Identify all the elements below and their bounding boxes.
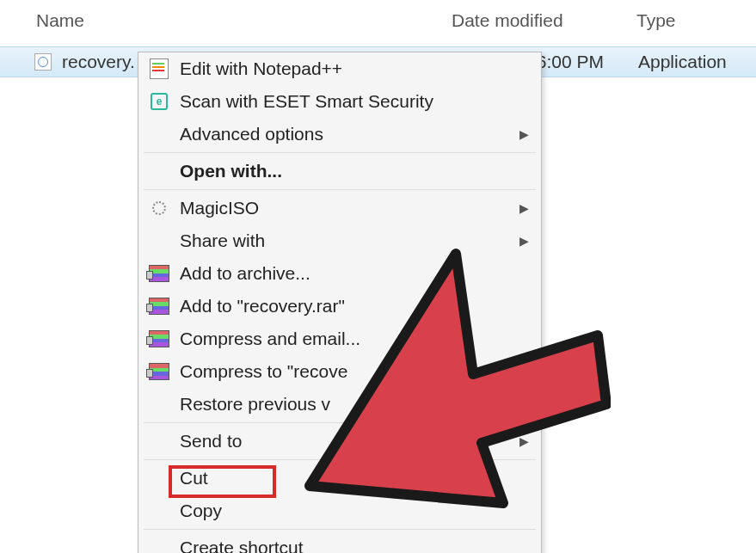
- menu-edit-notepad[interactable]: Edit with Notepad++: [138, 52, 541, 85]
- menu-label: Open with...: [180, 161, 282, 181]
- submenu-arrow-icon: ▶: [519, 434, 529, 448]
- menu-label: Copy: [180, 501, 222, 521]
- menu-label: Send to: [180, 431, 242, 452]
- menu-label: Create shortcut: [180, 538, 304, 553]
- menu-label: Restore previous v: [180, 394, 330, 415]
- menu-restore-previous[interactable]: Restore previous v: [138, 388, 541, 421]
- menu-label: Share with: [180, 230, 265, 251]
- menu-separator: [144, 422, 536, 423]
- menu-label: Compress and email...: [180, 329, 360, 349]
- menu-scan-eset[interactable]: e Scan with ESET Smart Security: [138, 85, 541, 118]
- menu-separator: [144, 189, 536, 190]
- menu-label: Add to archive...: [180, 263, 310, 284]
- menu-add-rar[interactable]: Add to "recovery.rar": [138, 290, 541, 323]
- column-header-type[interactable]: Type: [636, 10, 676, 31]
- notepad-plus-icon: [147, 57, 171, 81]
- menu-cut[interactable]: Cut: [138, 462, 541, 495]
- menu-separator: [144, 152, 536, 153]
- column-header-date[interactable]: Date modified: [452, 10, 636, 31]
- file-type: Application: [638, 52, 727, 72]
- menu-compress-to[interactable]: Compress to "recove: [138, 355, 541, 388]
- menu-advanced-options[interactable]: Advanced options ▶: [138, 118, 541, 151]
- menu-label: Scan with ESET Smart Security: [180, 91, 433, 112]
- menu-label: Add to "recovery.rar": [180, 296, 345, 316]
- column-header-row: Name Date modified Type: [0, 0, 756, 46]
- menu-label: Edit with Notepad++: [180, 58, 342, 79]
- eset-icon: e: [147, 89, 171, 114]
- submenu-arrow-icon: ▶: [519, 127, 529, 141]
- menu-share-with[interactable]: Share with ▶: [138, 224, 541, 257]
- menu-open-with[interactable]: Open with...: [138, 155, 541, 187]
- winrar-icon: [147, 294, 171, 318]
- column-header-name[interactable]: Name: [0, 10, 452, 31]
- submenu-arrow-icon: ▶: [519, 201, 529, 215]
- winrar-icon: [147, 327, 171, 351]
- menu-separator: [144, 459, 536, 460]
- menu-magiciso[interactable]: MagicISO ▶: [138, 192, 541, 224]
- menu-send-to[interactable]: Send to ▶: [138, 425, 541, 458]
- menu-separator: [144, 529, 536, 530]
- menu-copy[interactable]: Copy: [138, 495, 541, 527]
- menu-label: Compress to "recove: [180, 361, 347, 382]
- menu-label: Cut: [180, 468, 208, 488]
- winrar-icon: [147, 261, 171, 286]
- menu-compress-email[interactable]: Compress and email...: [138, 323, 541, 355]
- context-menu: Edit with Notepad++ e Scan with ESET Sma…: [138, 52, 542, 553]
- winrar-icon: [147, 359, 171, 384]
- menu-create-shortcut[interactable]: Create shortcut: [138, 531, 541, 553]
- menu-label: Advanced options: [180, 124, 323, 144]
- file-icon: [34, 53, 52, 71]
- menu-add-archive[interactable]: Add to archive...: [138, 257, 541, 290]
- submenu-arrow-icon: ▶: [519, 234, 529, 248]
- menu-label: MagicISO: [180, 198, 259, 218]
- magiciso-icon: [147, 196, 171, 220]
